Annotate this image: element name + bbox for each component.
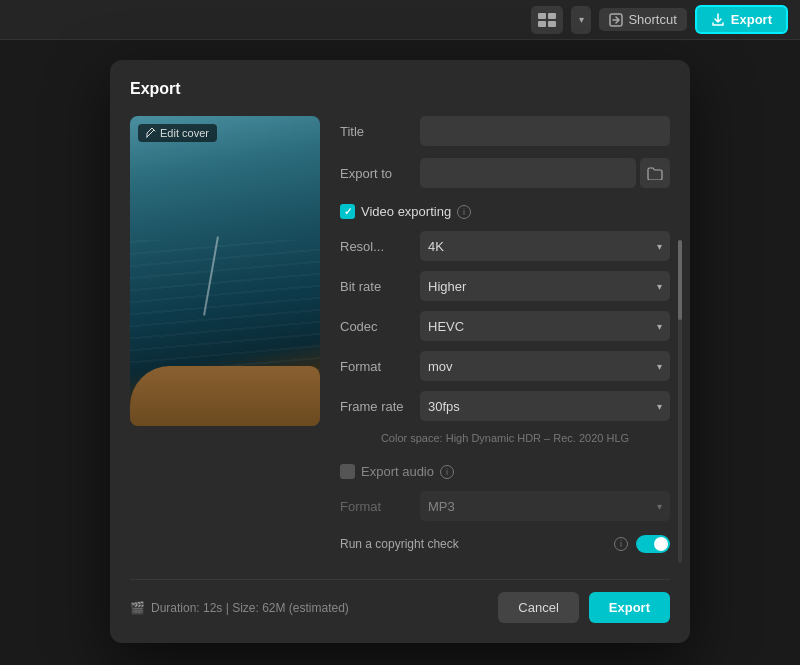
resolution-label: Resol... <box>340 239 420 254</box>
format-label: Format <box>340 359 420 374</box>
audio-format-dropdown[interactable]: MP3 ▾ <box>420 491 670 521</box>
color-space-text: Color space: High Dynamic HDR – Rec. 202… <box>340 431 670 446</box>
edit-cover-label: Edit cover <box>160 127 209 139</box>
format-row: Format mov ▾ <box>340 351 670 381</box>
resolution-arrow: ▾ <box>657 241 662 252</box>
bitrate-value: Higher <box>428 279 466 294</box>
framerate-row: Frame rate 30fps ▾ <box>340 391 670 421</box>
toggle-thumb <box>654 537 668 551</box>
codec-arrow: ▾ <box>657 321 662 332</box>
export-bottom-button[interactable]: Export <box>589 592 670 623</box>
copyright-info-icon[interactable]: i <box>614 537 628 551</box>
shortcut-label: Shortcut <box>628 12 676 27</box>
audio-export-checkbox[interactable] <box>340 464 355 479</box>
scroll-track <box>678 240 682 563</box>
codec-row: Codec HEVC ▾ <box>340 311 670 341</box>
copyright-toggle[interactable] <box>636 535 670 553</box>
video-thumbnail-area: Edit cover <box>130 116 320 563</box>
footer-buttons: Cancel Export <box>498 592 670 623</box>
title-label: Title <box>340 124 420 139</box>
copyright-label: Run a copyright check <box>340 537 614 551</box>
codec-label: Codec <box>340 319 420 334</box>
layout-icon-button[interactable] <box>531 6 563 34</box>
ocean-background <box>130 116 320 426</box>
video-section-label: Video exporting <box>361 204 451 219</box>
resolution-row: Resol... 4K ▾ <box>340 231 670 261</box>
shortcut-button[interactable]: Shortcut <box>599 8 686 31</box>
resolution-dropdown[interactable]: 4K ▾ <box>420 231 670 261</box>
svg-rect-1 <box>548 13 556 19</box>
ocean-waves <box>130 240 320 371</box>
title-input[interactable] <box>420 116 670 146</box>
cancel-button[interactable]: Cancel <box>498 592 578 623</box>
dialog-title: Export <box>130 80 670 98</box>
export-to-row: Export to <box>340 158 670 188</box>
title-row: Title <box>340 116 670 146</box>
dialog-body: Edit cover Title Export to <box>130 116 670 563</box>
framerate-label: Frame rate <box>340 399 420 414</box>
video-section-header: Video exporting i <box>340 204 670 219</box>
video-export-checkbox[interactable] <box>340 204 355 219</box>
codec-dropdown[interactable]: HEVC ▾ <box>420 311 670 341</box>
framerate-dropdown[interactable]: 30fps ▾ <box>420 391 670 421</box>
export-dialog: Export Edit cover <box>110 60 690 643</box>
framerate-value: 30fps <box>428 399 460 414</box>
bitrate-dropdown[interactable]: Higher ▾ <box>420 271 670 301</box>
film-icon: 🎬 <box>130 601 145 615</box>
copyright-row: Run a copyright check i <box>340 535 670 553</box>
export-top-label: Export <box>731 12 772 27</box>
video-thumbnail: Edit cover <box>130 116 320 426</box>
folder-browse-button[interactable] <box>640 158 670 188</box>
duration-info: 🎬 Duration: 12s | Size: 62M (estimated) <box>130 601 349 615</box>
main-area: Export Edit cover <box>0 40 800 665</box>
ocean-boat <box>130 366 320 426</box>
bitrate-arrow: ▾ <box>657 281 662 292</box>
topbar: ▾ Shortcut Export <box>0 0 800 40</box>
format-value: mov <box>428 359 453 374</box>
framerate-arrow: ▾ <box>657 401 662 412</box>
export-to-input[interactable] <box>420 158 636 188</box>
form-area: Title Export to Video export <box>340 116 670 563</box>
audio-format-label: Format <box>340 499 420 514</box>
bitrate-row: Bit rate Higher ▾ <box>340 271 670 301</box>
video-info-icon[interactable]: i <box>457 205 471 219</box>
format-arrow: ▾ <box>657 361 662 372</box>
codec-value: HEVC <box>428 319 464 334</box>
svg-rect-3 <box>548 21 556 27</box>
export-to-label: Export to <box>340 166 420 181</box>
duration-text: Duration: 12s | Size: 62M (estimated) <box>151 601 349 615</box>
audio-format-value: MP3 <box>428 499 455 514</box>
audio-section-label: Export audio <box>361 464 434 479</box>
svg-rect-0 <box>538 13 546 19</box>
audio-section-header: Export audio i <box>340 464 670 479</box>
dialog-footer: 🎬 Duration: 12s | Size: 62M (estimated) … <box>130 579 670 623</box>
scroll-thumb <box>678 240 682 320</box>
resolution-value: 4K <box>428 239 444 254</box>
dropdown-arrow-icon[interactable]: ▾ <box>571 6 591 34</box>
export-top-button[interactable]: Export <box>695 5 788 34</box>
svg-rect-2 <box>538 21 546 27</box>
edit-cover-button[interactable]: Edit cover <box>138 124 217 142</box>
audio-info-icon[interactable]: i <box>440 465 454 479</box>
bitrate-label: Bit rate <box>340 279 420 294</box>
audio-format-arrow: ▾ <box>657 501 662 512</box>
format-dropdown[interactable]: mov ▾ <box>420 351 670 381</box>
audio-format-row: Format MP3 ▾ <box>340 491 670 521</box>
